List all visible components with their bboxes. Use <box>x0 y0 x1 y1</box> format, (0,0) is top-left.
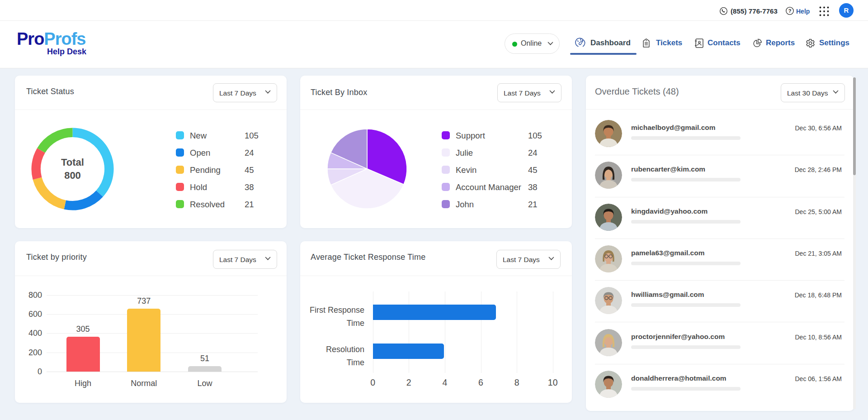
svg-text:?: ? <box>788 8 792 14</box>
svg-text:800: 800 <box>64 170 81 181</box>
svg-text:Total: Total <box>61 157 84 168</box>
